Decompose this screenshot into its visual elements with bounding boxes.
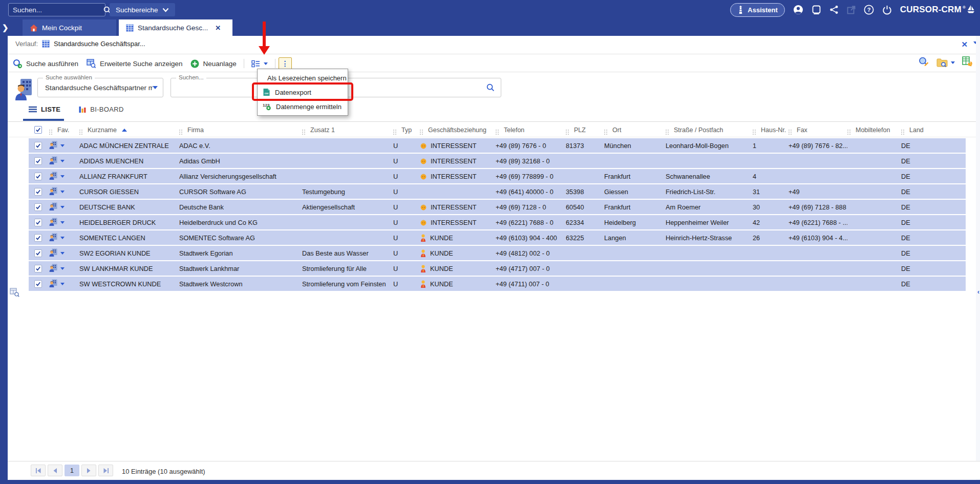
column-drag-handle[interactable] bbox=[789, 130, 790, 131]
select-all-checkbox[interactable] bbox=[29, 123, 47, 137]
menu-item-datenexport[interactable]: csv Datenexport bbox=[258, 85, 348, 99]
checkbox-checked[interactable] bbox=[34, 142, 42, 150]
table-row[interactable]: ALLIANZ FRANKFURTAllianz Versicherungsge… bbox=[29, 169, 966, 183]
table-row[interactable]: DEUTSCHE BANKDeutsche BankAktiengesellsc… bbox=[29, 200, 966, 214]
row-favorite-cell[interactable] bbox=[47, 261, 79, 276]
first-page-button[interactable] bbox=[31, 465, 46, 476]
row-checkbox[interactable] bbox=[29, 138, 47, 153]
panel-close-icon[interactable]: ✕ bbox=[961, 40, 968, 49]
column-drag-handle[interactable] bbox=[847, 130, 848, 131]
suchbereiche-button[interactable]: Suchbereiche bbox=[110, 3, 175, 16]
row-checkbox[interactable] bbox=[29, 277, 47, 291]
row-favorite-cell[interactable] bbox=[47, 154, 79, 168]
table-row[interactable]: HEIDELBERGER DRUCKHeidelberdruck und Co … bbox=[29, 215, 966, 229]
global-search-input[interactable] bbox=[13, 6, 103, 14]
row-checkbox[interactable] bbox=[29, 184, 47, 199]
business-partner-mini-icon[interactable] bbox=[49, 248, 57, 258]
user-account-icon[interactable] bbox=[793, 5, 803, 15]
row-checkbox[interactable] bbox=[29, 154, 47, 168]
checkbox-checked[interactable] bbox=[34, 249, 42, 257]
help-icon[interactable]: ? bbox=[864, 5, 874, 15]
collapse-right-chevron-icon[interactable]: ‹ bbox=[977, 288, 979, 296]
checkbox-checked[interactable] bbox=[34, 173, 42, 180]
row-favorite-cell[interactable] bbox=[47, 215, 79, 229]
search-icon[interactable] bbox=[486, 83, 495, 92]
row-favorite-cell[interactable] bbox=[47, 277, 79, 291]
column-header-beziehung[interactable]: Geschäftsbeziehung bbox=[420, 123, 496, 137]
checkbox-checked[interactable] bbox=[34, 234, 42, 242]
column-drag-handle[interactable] bbox=[302, 130, 303, 131]
business-partner-mini-icon[interactable] bbox=[49, 202, 57, 212]
table-row[interactable]: SW WESTCROWN KUNDEStadtwerk WestcrownStr… bbox=[29, 277, 966, 291]
column-header-telefon[interactable]: Telefon bbox=[496, 123, 566, 137]
docked-search-panel-icon[interactable] bbox=[10, 288, 20, 299]
column-drag-handle[interactable] bbox=[666, 130, 667, 131]
checkbox-checked[interactable] bbox=[34, 265, 42, 272]
neuanlage-button[interactable]: Neuanlage bbox=[186, 57, 240, 70]
row-favorite-cell[interactable] bbox=[47, 184, 79, 199]
column-drag-handle[interactable] bbox=[604, 130, 605, 131]
row-favorite-cell[interactable] bbox=[47, 246, 79, 260]
checkbox-checked[interactable] bbox=[34, 280, 42, 288]
table-row[interactable]: ADIDAS MUENCHENAdidas GmbHUINTERESSENT+4… bbox=[29, 154, 966, 168]
column-drag-handle[interactable] bbox=[49, 130, 50, 131]
row-favorite-cell[interactable] bbox=[47, 138, 79, 153]
column-header-fax[interactable]: Fax bbox=[789, 123, 847, 137]
assistent-button[interactable]: Assistent bbox=[730, 3, 785, 17]
row-checkbox[interactable] bbox=[29, 215, 47, 229]
business-partner-mini-icon[interactable] bbox=[49, 233, 57, 243]
column-header-hausnr[interactable]: Haus-Nr. bbox=[753, 123, 789, 137]
table-row[interactable]: SW LANKHMAR KUNDEStadtwerk LankhmarStrom… bbox=[29, 261, 966, 276]
table-row[interactable]: ADAC MÜNCHEN ZENTRALEADAC e.V.UINTERESSE… bbox=[29, 138, 966, 153]
checkbox-checked[interactable] bbox=[34, 219, 42, 226]
column-header-strasse[interactable]: Straße / Postfach bbox=[666, 123, 753, 137]
business-partner-mini-icon[interactable] bbox=[49, 264, 57, 273]
menu-item-lesezeichen[interactable]: Als Lesezeichen speichern bbox=[258, 71, 348, 85]
tab-standardsuche[interactable]: Standardsuche Gesc... ✕ bbox=[119, 19, 232, 36]
view-layout-button[interactable] bbox=[247, 58, 272, 70]
checkbox-checked[interactable] bbox=[34, 157, 42, 165]
column-header-zusatz1[interactable]: Zusatz 1 bbox=[302, 123, 393, 137]
column-header-firma[interactable]: Firma bbox=[179, 123, 302, 137]
tab-mein-cockpit[interactable]: Mein Cockpit bbox=[23, 19, 116, 36]
column-drag-handle[interactable] bbox=[566, 130, 567, 131]
business-partner-mini-icon[interactable] bbox=[49, 156, 57, 166]
suche-ausfuehren-button[interactable]: Suche ausführen bbox=[9, 57, 82, 71]
business-partner-mini-icon[interactable] bbox=[49, 218, 57, 227]
row-favorite-cell[interactable] bbox=[47, 169, 79, 183]
last-page-button[interactable] bbox=[98, 465, 113, 476]
column-drag-handle[interactable] bbox=[79, 130, 80, 131]
global-search-field[interactable] bbox=[8, 3, 105, 16]
business-partner-mini-icon[interactable] bbox=[49, 141, 57, 151]
column-header-typ[interactable]: Typ bbox=[393, 123, 420, 137]
column-header-ort[interactable]: Ort bbox=[604, 123, 666, 137]
row-favorite-cell[interactable] bbox=[47, 230, 79, 245]
row-checkbox[interactable] bbox=[29, 261, 47, 276]
column-header-plz[interactable]: PLZ bbox=[566, 123, 604, 137]
prev-page-button[interactable] bbox=[48, 465, 62, 476]
verlauf-item[interactable]: Standardsuche Geschäftspar... bbox=[54, 40, 145, 48]
more-actions-button[interactable]: ⋮ bbox=[279, 57, 292, 70]
checkbox-checked[interactable] bbox=[34, 203, 42, 211]
device-icon[interactable] bbox=[812, 5, 821, 15]
row-checkbox[interactable] bbox=[29, 200, 47, 214]
row-checkbox[interactable] bbox=[29, 246, 47, 260]
saved-searches-folder-button[interactable] bbox=[936, 58, 955, 68]
column-header-land[interactable]: Land bbox=[901, 123, 966, 137]
column-drag-handle[interactable] bbox=[420, 130, 421, 131]
business-partner-mini-icon[interactable] bbox=[49, 187, 57, 197]
column-header-mobil[interactable]: Mobiltelefon bbox=[847, 123, 901, 137]
column-drag-handle[interactable] bbox=[496, 130, 497, 131]
search-select-dropdown[interactable]: Suche auswählen Standardsuche Geschäftsp… bbox=[37, 78, 163, 97]
column-drag-handle[interactable] bbox=[179, 130, 180, 131]
table-row[interactable]: SOMENTEC LANGENSOMENTEC Software AGUKUND… bbox=[29, 230, 966, 245]
column-drag-handle[interactable] bbox=[901, 130, 902, 131]
external-link-icon[interactable] bbox=[847, 6, 856, 14]
tab-close-icon[interactable]: ✕ bbox=[215, 24, 221, 32]
erweiterte-suche-button[interactable]: Erweiterte Suche anzeigen bbox=[82, 57, 186, 70]
checkbox-checked[interactable] bbox=[34, 126, 42, 134]
column-drag-handle[interactable] bbox=[393, 130, 394, 131]
tab-liste[interactable]: LISTE bbox=[29, 106, 60, 117]
tab-bi-board[interactable]: BI-BOARD bbox=[79, 106, 123, 117]
logout-power-icon[interactable] bbox=[882, 5, 892, 15]
